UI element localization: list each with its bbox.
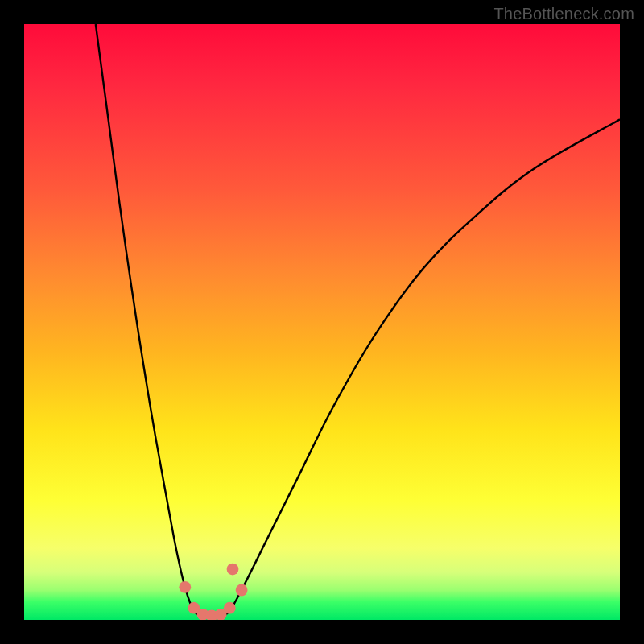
floor-marker xyxy=(188,602,200,614)
plot-area xyxy=(24,24,620,620)
chart-frame: TheBottleneck.com xyxy=(0,0,644,644)
bottleneck-curve xyxy=(24,24,620,620)
floor-marker xyxy=(206,609,218,620)
watermark-text: TheBottleneck.com xyxy=(493,5,634,23)
curve-path xyxy=(96,24,620,617)
floor-marker xyxy=(224,602,236,614)
floor-marker xyxy=(236,584,248,597)
floor-marker xyxy=(227,564,239,576)
floor-marker xyxy=(179,581,191,593)
floor-marker xyxy=(197,609,209,620)
floor-markers xyxy=(179,564,247,620)
floor-marker xyxy=(215,609,227,620)
